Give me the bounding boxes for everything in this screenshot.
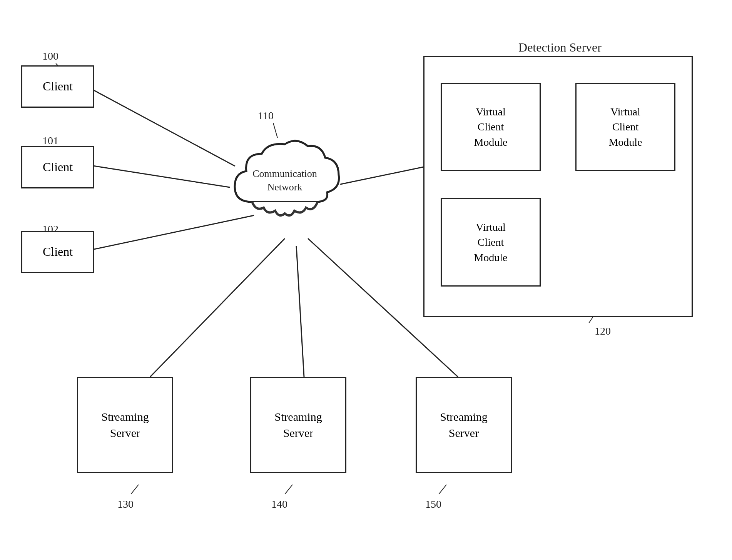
svg-line-4 (150, 238, 285, 377)
svg-line-5 (296, 246, 304, 377)
label-140: 140 (271, 498, 287, 510)
label-100: 100 (42, 50, 58, 62)
svg-line-13 (285, 485, 292, 494)
vcm-box-3: VirtualClientModule (441, 198, 541, 287)
streaming2-label: StreamingServer (274, 409, 322, 441)
diagram-container: Communication Network 100 101 102 110 12… (0, 0, 732, 560)
label-150: 150 (425, 498, 441, 510)
streaming-box-150: StreamingServer (416, 377, 512, 473)
vcm-box-2: VirtualClientModule (575, 83, 675, 171)
client-box-101: Client (21, 146, 94, 188)
vcm2-label: VirtualClientModule (608, 104, 642, 150)
vcm-box-1: VirtualClientModule (441, 83, 541, 171)
svg-text:Communication: Communication (252, 168, 317, 179)
vcm3-label: VirtualClientModule (474, 220, 507, 265)
svg-line-14 (439, 485, 446, 494)
label-120: 120 (595, 325, 611, 337)
streaming1-label: StreamingServer (101, 409, 149, 441)
streaming-box-130: StreamingServer (77, 377, 173, 473)
svg-line-12 (131, 485, 139, 494)
svg-line-3 (339, 165, 431, 185)
streaming3-label: StreamingServer (440, 409, 487, 441)
streaming-box-140: StreamingServer (250, 377, 346, 473)
svg-text:Network: Network (267, 182, 302, 193)
label-110: 110 (258, 110, 274, 122)
label-130: 130 (117, 498, 134, 510)
client-box-102: Client (21, 231, 94, 273)
cloud-svg: Communication Network (219, 131, 350, 238)
label-101: 101 (42, 135, 58, 147)
detection-server-label: Detection Server (493, 40, 627, 55)
client-box-100: Client (21, 65, 94, 108)
vcm1-label: VirtualClientModule (474, 104, 507, 150)
